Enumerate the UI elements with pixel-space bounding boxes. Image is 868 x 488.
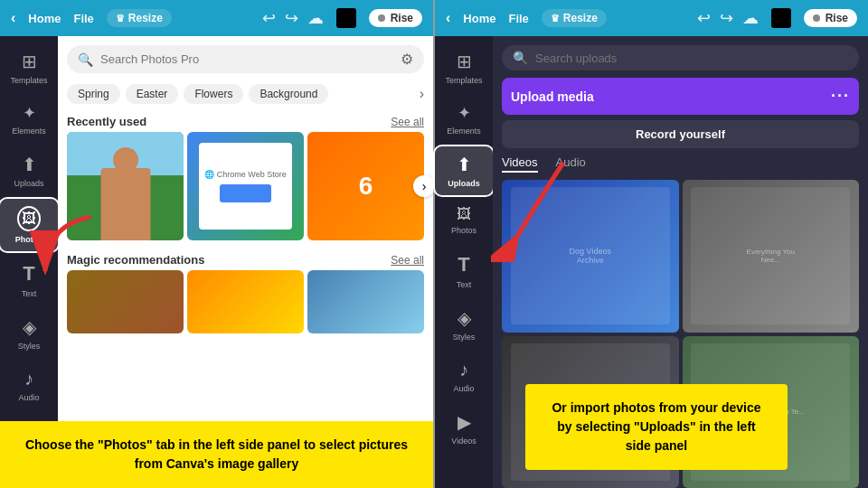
sidebar-item-elements-left[interactable]: ✦ Elements: [0, 96, 58, 143]
home-button-right[interactable]: Home: [463, 12, 495, 25]
redo-button-left[interactable]: ↪: [285, 8, 298, 28]
tag-flowers[interactable]: Flowers: [184, 84, 243, 104]
home-button-left[interactable]: Home: [28, 12, 61, 25]
recently-used-title: Recently used: [67, 115, 146, 128]
chevron-left-icon-right: ‹: [446, 10, 450, 26]
photos-label-right: Photos: [451, 226, 476, 235]
right-search-area: 🔍: [493, 36, 868, 78]
styles-icon-right: ◈: [458, 307, 471, 329]
styles-label-left: Styles: [18, 342, 41, 351]
audio-label-left: Audio: [18, 393, 39, 402]
image-scroll-arrow[interactable]: ›: [413, 175, 433, 197]
sidebar-item-templates-left[interactable]: ⊞ Templates: [0, 43, 58, 92]
search-input-right[interactable]: [535, 52, 848, 65]
annotation-box-right: Or import photos from your device by sel…: [525, 384, 788, 470]
sidebar-item-photos-right[interactable]: 🖼 Photos: [435, 199, 493, 242]
photos-icon-left: 🖼: [17, 206, 41, 231]
tab-audio[interactable]: Audio: [556, 155, 586, 173]
photos-icon-right: 🖼: [457, 206, 471, 222]
see-all-magic[interactable]: See all: [391, 254, 424, 267]
sidebar-item-uploads-right[interactable]: ⬆ Uploads: [435, 146, 493, 195]
undo-button-right[interactable]: ↩: [697, 8, 711, 28]
magic-section-header: Magic recommendations See all: [58, 248, 433, 270]
uploads-icon-right: ⬆: [457, 154, 472, 175]
toolbar-icons-left: ↩ ↪ ☁: [262, 8, 324, 28]
sidebar-item-styles-left[interactable]: ◈ Styles: [0, 309, 58, 358]
right-topbar: ‹ Home File ♛ Resize ↩ ↪ ☁ Rise: [435, 0, 868, 36]
videos-icon-right: ▶: [458, 411, 471, 433]
templates-label-right: Templates: [445, 76, 482, 85]
right-search-bar[interactable]: 🔍: [502, 45, 859, 70]
crown-icon-right: ♛: [551, 13, 560, 24]
recently-used-header: Recently used See all: [58, 109, 433, 132]
photos-label-left: Photos: [15, 235, 43, 244]
file-button-left[interactable]: File: [73, 12, 93, 25]
uploads-label-right: Uploads: [448, 179, 480, 188]
magic-image-2[interactable]: [187, 270, 304, 333]
record-yourself-label: Record yourself: [636, 127, 725, 141]
media-tabs: Videos Audio: [493, 155, 868, 180]
elements-label-left: Elements: [12, 127, 46, 136]
recent-image-2[interactable]: 🌐 Chrome Web Store: [187, 132, 304, 240]
woman-image: [67, 132, 184, 240]
sidebar-item-videos-right[interactable]: ▶ Videos: [435, 404, 493, 453]
sidebar-item-templates-right[interactable]: ⊞ Templates: [435, 43, 493, 92]
rise-pill-right[interactable]: Rise: [804, 9, 857, 27]
redo-button-right[interactable]: ↪: [720, 8, 733, 28]
left-panel-content: 🔍 ⚙ Spring Easter Flowers Background › R…: [58, 36, 433, 488]
sidebar-item-audio-left[interactable]: ♪ Audio: [0, 361, 58, 409]
back-button-left[interactable]: ‹: [11, 10, 15, 26]
file-button-right[interactable]: File: [508, 12, 528, 25]
cloud-button-left[interactable]: ☁: [307, 8, 324, 28]
search-input-left[interactable]: [100, 52, 393, 66]
recent-image-1[interactable]: [67, 132, 184, 240]
upload-thumb-2[interactable]: Everything YouNee...: [683, 180, 860, 333]
sidebar-item-uploads-left[interactable]: ⬆ Uploads: [0, 146, 58, 195]
sidebar-item-text-left[interactable]: T Text: [0, 255, 58, 305]
tag-easter[interactable]: Easter: [126, 84, 179, 104]
right-panel-wrapper: ⊞ Templates ✦ Elements ⬆ Uploads 🖼 Photo…: [435, 36, 868, 488]
magic-image-1[interactable]: [67, 270, 184, 333]
undo-button-left[interactable]: ↩: [262, 8, 276, 28]
elements-label-right: Elements: [447, 127, 481, 136]
canvas-color-right[interactable]: [771, 8, 791, 28]
resize-button-left[interactable]: ♛ Resize: [107, 9, 172, 27]
recent-image-3[interactable]: 6: [307, 132, 424, 240]
canvas-color-left[interactable]: [336, 8, 356, 28]
sidebar-item-audio-right[interactable]: ♪ Audio: [435, 352, 493, 400]
magic-title: Magic recommendations: [67, 253, 204, 267]
top-bar: ‹ Home File ♛ Resize ↩ ↪ ☁ Rise ‹ Home F…: [0, 0, 868, 36]
rise-pill-left[interactable]: Rise: [369, 9, 422, 27]
audio-icon-right: ♪: [459, 360, 468, 380]
sidebar-item-styles-right[interactable]: ◈ Styles: [435, 300, 493, 349]
elements-icon-right: ✦: [458, 103, 471, 123]
sidebar-item-elements-right[interactable]: ✦ Elements: [435, 96, 493, 143]
rise-dot-left: [378, 14, 385, 22]
magic-image-3[interactable]: [307, 270, 424, 333]
audio-icon-left: ♪: [24, 369, 33, 389]
filter-icon-left[interactable]: ⚙: [401, 51, 413, 68]
see-all-recently[interactable]: See all: [391, 116, 424, 128]
tag-spring[interactable]: Spring: [67, 84, 120, 104]
tag-background[interactable]: Background: [249, 84, 328, 104]
cloud-button-right[interactable]: ☁: [742, 8, 759, 28]
text-icon-right: T: [458, 253, 469, 277]
upload-thumb-1[interactable]: Dog VideosArchive: [502, 180, 679, 333]
left-sidebar: ⊞ Templates ✦ Elements ⬆ Uploads 🖼 Photo…: [0, 36, 58, 488]
rise-dot-right: [813, 14, 820, 22]
search-area-left: 🔍 ⚙: [58, 36, 433, 79]
tab-videos[interactable]: Videos: [502, 155, 538, 173]
resize-button-right[interactable]: ♛ Resize: [542, 9, 607, 27]
back-button-right[interactable]: ‹: [446, 10, 450, 26]
sidebar-item-photos-left[interactable]: 🖼 Photos: [0, 199, 58, 251]
uploads-label-left: Uploads: [14, 179, 43, 188]
search-bar-left[interactable]: 🔍 ⚙: [67, 45, 424, 73]
templates-icon-right: ⊞: [457, 51, 472, 72]
search-icon-right: 🔍: [513, 51, 528, 65]
sidebar-item-text-right[interactable]: T Text: [435, 246, 493, 296]
annotation-box-left: Choose the "Photos" tab in the left side…: [0, 421, 433, 488]
upload-media-button[interactable]: Upload media ···: [502, 78, 859, 115]
upload-options-icon[interactable]: ···: [831, 87, 850, 106]
record-yourself-button[interactable]: Record yourself: [502, 120, 859, 148]
tags-scroll-right[interactable]: ›: [420, 86, 424, 102]
